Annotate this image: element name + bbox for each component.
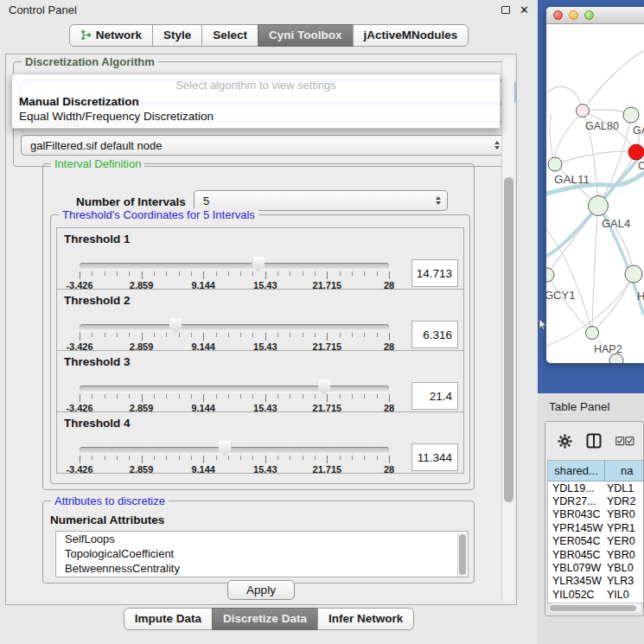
tab-jactivemnodules[interactable]: jActiveMNodules — [353, 24, 469, 47]
attributes-group-title: Attributes to discretize — [51, 494, 169, 507]
network-icon — [80, 29, 92, 41]
node-label-c: C — [638, 160, 644, 172]
threshold-3-value-field[interactable]: 21.4 — [411, 382, 458, 410]
close-icon[interactable]: ✕ — [520, 4, 529, 16]
cyni-toolbox-panel: Discretization Algorithm Select algorith… — [5, 54, 517, 605]
node-gal80[interactable] — [577, 105, 590, 118]
list-item[interactable]: TopologicalCoefficient — [56, 546, 468, 561]
slider-ticks — [80, 394, 390, 402]
combo-arrows-icon — [494, 141, 500, 150]
slider-track[interactable] — [80, 386, 389, 392]
threshold-2-slider[interactable]: -3.4262.8599.14415.4321.71528 — [80, 316, 389, 354]
minimize-traffic-light-icon[interactable] — [569, 10, 578, 20]
list-item[interactable]: SelfLoops — [56, 532, 468, 546]
slider-tick-labels: -3.4262.8599.14415.4321.71528 — [80, 464, 389, 475]
threshold-3-slider[interactable]: -3.4262.8599.14415.4321.71528 — [80, 377, 389, 415]
tab-style[interactable]: Style — [152, 24, 202, 47]
slider-thumb[interactable] — [317, 379, 330, 395]
network-graph-canvas[interactable]: GAL80 GA C GAL11 GAL4 GCY1 H HAP2 — [546, 24, 644, 363]
list-item[interactable]: BetweennessCentrality — [56, 561, 468, 576]
tab-impute-data-label: Impute Data — [135, 612, 201, 625]
node-selected-red[interactable] — [628, 144, 644, 160]
menu-item-equal-width-frequency[interactable]: Equal Width/Frequency Discretization — [12, 109, 500, 124]
node-gal11[interactable] — [548, 157, 562, 171]
menu-item-manual-discretization[interactable]: Manual Discretization — [12, 94, 500, 109]
node-label-hap2: HAP2 — [594, 343, 622, 355]
slider-track[interactable] — [80, 263, 389, 269]
table-row[interactable]: YBL079WYBL0 — [548, 561, 644, 574]
column-header-shared-name[interactable]: shared... — [548, 461, 605, 481]
table-header-row: shared... na — [548, 461, 644, 481]
threshold-4-value-field[interactable]: 11.344 — [411, 443, 458, 471]
attributes-list-scrollbar[interactable] — [457, 532, 467, 577]
table-row[interactable]: YER054CYER0 — [548, 535, 644, 548]
threshold-1-row: Threshold 1 -3.4262.8599.14415.4321.7152… — [56, 227, 464, 290]
table-row[interactable]: YBR045CYBR0 — [548, 548, 644, 561]
threshold-2-value-field[interactable]: 6.316 — [411, 321, 458, 348]
table-row[interactable]: YDR27...YDR2 — [548, 494, 644, 507]
threshold-4-label: Threshold 4 — [64, 417, 131, 430]
threshold-1-value-field[interactable]: 14.713 — [411, 259, 458, 287]
slider-track[interactable] — [80, 447, 389, 453]
node-h[interactable] — [625, 265, 642, 283]
tab-infer-network[interactable]: Infer Network — [317, 608, 414, 630]
tab-network[interactable]: Network — [69, 24, 153, 47]
slider-thumb[interactable] — [169, 318, 182, 334]
node-table: shared... na YDL19...YDL1 YDR27...YDR2 Y… — [547, 460, 644, 603]
slider-track[interactable] — [80, 324, 389, 330]
table-row[interactable]: YIL052CYIL0 — [548, 588, 644, 601]
node-gcy1[interactable] — [546, 268, 554, 282]
number-of-intervals-label: Number of Intervals — [76, 195, 186, 208]
scrollbar-thumb[interactable] — [550, 605, 636, 611]
node-top-right[interactable] — [623, 107, 639, 123]
interval-definition-group: Interval Definition Number of Intervals … — [42, 163, 475, 490]
interval-definition-title: Interval Definition — [51, 157, 144, 170]
node-hap2[interactable] — [586, 327, 599, 340]
combo-arrows-icon — [436, 196, 441, 205]
select-columns-checkboxes-icon[interactable] — [615, 437, 634, 446]
tab-select[interactable]: Select — [201, 24, 258, 47]
bottom-tabstrip: Impute Data Discretize Data Infer Networ… — [0, 608, 538, 630]
tab-style-label: Style — [163, 29, 191, 41]
table-panel-body: shared... na YDL19...YDL1 YDR27...YDR2 Y… — [545, 421, 644, 616]
zoom-traffic-light-icon[interactable] — [584, 10, 594, 20]
scrollbar-thumb[interactable] — [504, 177, 513, 502]
table-horizontal-scrollbar[interactable] — [547, 603, 643, 614]
threshold-1-slider[interactable]: -3.4262.8599.14415.4321.71528 — [80, 254, 389, 292]
threshold-1-label: Threshold 1 — [64, 233, 131, 245]
close-traffic-light-icon[interactable] — [553, 10, 563, 20]
menu-item-prompt[interactable]: Select algorithm to view settings — [12, 77, 500, 94]
node-label-h: H — [637, 290, 644, 303]
tab-cyni-toolbox[interactable]: Cyni Toolbox — [258, 24, 354, 47]
threshold-4-row: Threshold 4 -3.4262.8599.14415.4321.7152… — [56, 411, 464, 474]
float-window-icon[interactable] — [501, 6, 510, 14]
algorithm-dropdown-menu: Select algorithm to view settings Manual… — [11, 73, 501, 129]
control-panel-window: Control Panel ✕ Network Style Select Cyn… — [0, 0, 538, 644]
node-gal4[interactable] — [589, 196, 609, 216]
panel-vertical-scrollbar[interactable] — [501, 56, 514, 603]
table-row[interactable]: YBR043CYBR0 — [548, 508, 644, 521]
slider-thumb[interactable] — [219, 441, 232, 456]
table-row[interactable]: YDL19...YDL1 — [548, 481, 644, 494]
network-view-window[interactable]: GAL80 GA C GAL11 GAL4 GCY1 H HAP2 — [546, 7, 644, 363]
column-header-name[interactable]: na — [605, 461, 644, 481]
window-title: Control Panel — [9, 3, 77, 16]
mouse-cursor-icon — [539, 319, 547, 330]
gear-icon[interactable] — [558, 434, 572, 449]
tab-impute-data[interactable]: Impute Data — [124, 608, 213, 630]
table-panel-toolbar — [545, 422, 643, 460]
threshold-2-row: Threshold 2 -3.4262.8599.14415.4321.7152… — [56, 289, 464, 351]
slider-thumb[interactable] — [252, 257, 265, 272]
numerical-attributes-list[interactable]: SelfLoops TopologicalCoefficient Between… — [55, 531, 469, 577]
apply-button[interactable]: Apply — [227, 580, 295, 600]
threshold-4-slider[interactable]: -3.4262.8599.14415.4321.71528 — [80, 438, 389, 476]
table-row[interactable]: YPR145WYPR1 — [548, 521, 644, 534]
tab-jactivemnodules-label: jActiveMNodules — [364, 29, 458, 41]
table-data-combobox[interactable]: galFiltered.sif default node — [21, 135, 507, 156]
slider-ticks — [80, 333, 390, 341]
tab-cyni-toolbox-label: Cyni Toolbox — [269, 29, 342, 41]
column-layout-icon[interactable] — [586, 433, 602, 449]
table-row[interactable]: YLR345WYLR3 — [548, 575, 644, 588]
tab-discretize-data[interactable]: Discretize Data — [212, 608, 318, 630]
control-panel-titlebar: Control Panel ✕ — [0, 0, 538, 20]
